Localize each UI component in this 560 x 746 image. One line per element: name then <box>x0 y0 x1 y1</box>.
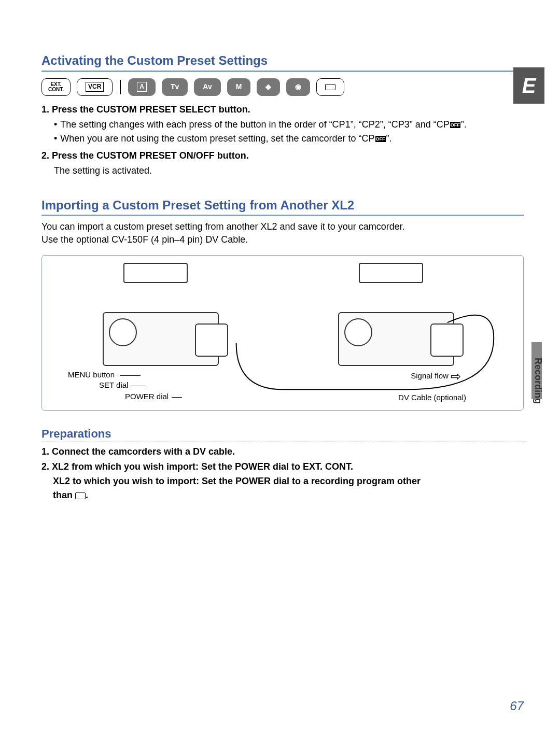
language-tab: E <box>513 67 544 104</box>
step-1: 1. Press the CUSTOM PRESET SELECT button… <box>41 103 524 116</box>
step1-b2-text-pre: When you are not using the custom preset… <box>60 133 374 144</box>
figure-camcorders: MENU button SET dial POWER dial Signal f… <box>41 255 524 411</box>
mode-pill-easy <box>316 78 344 96</box>
prep-step-2-line3-post: . <box>86 490 88 500</box>
section-heading-importing: Importing a Custom Preset Setting from A… <box>41 196 524 217</box>
mode-pill-m: M <box>227 78 251 96</box>
dv-cable-line <box>42 256 523 410</box>
mode-pill-av: Av <box>194 78 220 96</box>
import-intro-2: Use the optional CV-150F (4 pin–4 pin) D… <box>41 233 524 246</box>
mode-row: EXT. CONT. VCR A Tv Av M ◆ ◉ <box>41 78 524 96</box>
step-2: 2. Press the CUSTOM PRESET ON/OFF button… <box>41 149 524 162</box>
step1-b1-text-post: ”. <box>461 119 467 130</box>
mode-vcr-label: VCR <box>86 82 104 92</box>
mode-pill-ext-cont: EXT. CONT. <box>41 78 71 96</box>
step-2-sub: The setting is activated. <box>54 164 524 177</box>
section-sidebar-label: Recording <box>531 358 544 404</box>
lowlight-icon: ◉ <box>295 82 301 92</box>
step-1-bullet-1: • The setting changes with each press of… <box>54 118 524 131</box>
mode-pill-tv: Tv <box>162 78 188 96</box>
bullet-dot: • <box>54 132 57 145</box>
preparations-heading: Preparations <box>41 426 524 443</box>
mode-ext-label: EXT. CONT. <box>48 82 64 92</box>
cp-off-icon: OFF <box>375 136 386 142</box>
import-intro-1: You can import a custom preset setting f… <box>41 220 524 233</box>
step1-b1-text-pre: The setting changes with each press of t… <box>60 119 449 130</box>
prep-step-2-line3-pre: than <box>53 490 75 500</box>
step1-b2-text-post: ”. <box>386 133 392 144</box>
easy-mode-icon <box>75 492 86 499</box>
bullet-dot: • <box>54 118 57 131</box>
easy-rect-icon <box>325 84 335 90</box>
prep-step-2-line1: 2. XL2 from which you wish import: Set t… <box>41 460 524 473</box>
mode-a-label: A <box>137 82 147 92</box>
spotlight-icon: ◆ <box>265 82 271 92</box>
prep-step-1: 1. Connect the camcorders with a DV cabl… <box>41 445 524 458</box>
cp-off-icon: OFF <box>450 122 460 128</box>
mode-divider <box>120 80 121 94</box>
section-heading-activating: Activating the Custom Preset Settings <box>41 52 524 72</box>
step-1-bullet-2: • When you are not using the custom pres… <box>54 132 524 145</box>
mode-pill-lowlight: ◉ <box>286 78 310 96</box>
mode-pill-vcr: VCR <box>77 78 113 96</box>
page-number: 67 <box>510 697 524 715</box>
prep-step-2-line2: XL2 to which you wish to import: Set the… <box>53 475 524 488</box>
mode-pill-spotlight: ◆ <box>257 78 280 96</box>
mode-pill-a: A <box>128 78 156 96</box>
